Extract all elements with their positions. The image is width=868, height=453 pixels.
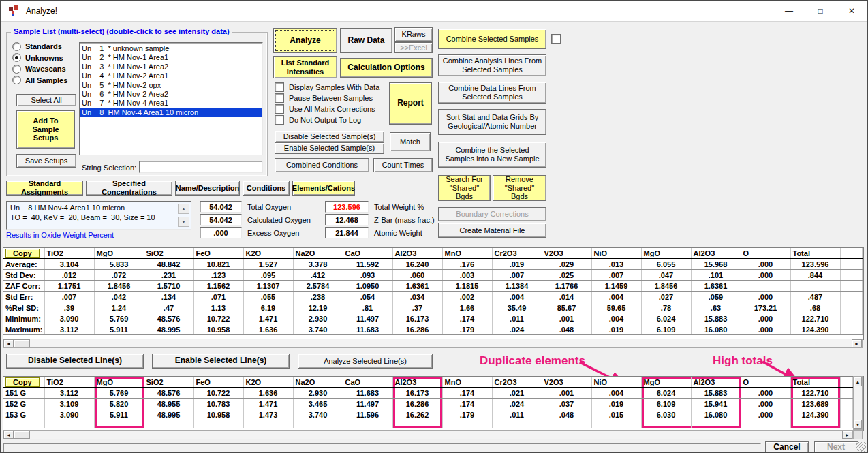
combine-samples-checkbox[interactable] xyxy=(551,34,561,44)
resize-grip[interactable] xyxy=(856,442,866,452)
sample-type-radio[interactable]: Wavescans xyxy=(12,63,67,75)
checkbox-icon[interactable] xyxy=(275,104,284,114)
sample-list-item[interactable]: Un 2 * HM Nov-1 Area1 xyxy=(80,53,262,62)
row-label[interactable]: 152 G xyxy=(3,399,44,409)
row-label[interactable]: 153 G xyxy=(3,409,44,420)
disable-selected-lines-button[interactable]: Disable Selected Line(s) xyxy=(6,354,144,369)
grid-cell[interactable]: 2.930 xyxy=(293,388,343,399)
count-times-button[interactable]: Count Times xyxy=(373,158,433,172)
remove-shared-bgds-button[interactable]: Remove "Shared" Bgds xyxy=(493,175,546,201)
stats-grid-hscrollbar[interactable]: ◄ ► xyxy=(3,339,863,348)
data-grid-vscrollbar[interactable]: ▲ ▼ xyxy=(853,376,863,430)
grid-cell[interactable]: 6.024 xyxy=(641,388,691,399)
combined-conditions-button[interactable]: Combined Conditions xyxy=(275,158,369,172)
grid-cell[interactable]: .000 xyxy=(741,409,790,420)
grid-cell[interactable]: 1.473 xyxy=(243,409,293,420)
grid-cell[interactable]: 5.911 xyxy=(94,409,144,420)
copy-button[interactable]: Copy xyxy=(5,377,40,387)
grid-cell[interactable]: 48.955 xyxy=(144,399,193,409)
grid-cell[interactable]: 5.769 xyxy=(94,388,144,399)
grid-cell[interactable]: 6.109 xyxy=(641,399,691,409)
scroll-right-icon[interactable]: ► xyxy=(842,431,852,439)
radio-icon[interactable] xyxy=(12,76,21,84)
option-checkbox-row[interactable]: Use All Matrix Corrections xyxy=(275,104,390,114)
tab-conditions[interactable]: Conditions xyxy=(243,181,290,196)
combine-analysis-lines-button[interactable]: Combine Analysis Lines From Selected Sam… xyxy=(438,54,546,76)
scroll-left-icon[interactable]: ◄ xyxy=(3,431,14,439)
scroll-right-icon[interactable]: ► xyxy=(852,339,862,347)
search-shared-bgds-button[interactable]: Search For "Shared" Bgds xyxy=(438,175,491,201)
checkbox-icon[interactable] xyxy=(275,82,284,92)
analyze-button[interactable]: Analyze xyxy=(273,28,337,53)
maximize-icon[interactable]: □ xyxy=(805,1,836,21)
sort-grids-button[interactable]: Sort Stat and Data Grids By Geological/A… xyxy=(438,109,546,135)
grid-cell[interactable]: .001 xyxy=(542,388,591,399)
grid-row[interactable]: 151 G3.1125.76948.57610.7221.6362.93011.… xyxy=(3,388,852,399)
scroll-thumb[interactable] xyxy=(14,339,30,347)
grid-cell[interactable]: 48.576 xyxy=(144,388,193,399)
grid-cell[interactable]: .174 xyxy=(442,388,492,399)
scroll-left-icon[interactable]: ◄ xyxy=(3,339,14,347)
report-button[interactable]: Report xyxy=(389,82,432,125)
checkbox-icon[interactable] xyxy=(275,115,284,125)
tab-standard-assignments[interactable]: Standard Assignments xyxy=(6,181,83,196)
combine-into-new-sample-button[interactable]: Combine the Selected Samples into a New … xyxy=(438,142,546,168)
grid-cell[interactable]: 48.995 xyxy=(144,409,193,420)
list-standard-intensities-button[interactable]: List Standard Intensities xyxy=(273,56,337,78)
cancel-button[interactable]: Cancel xyxy=(765,441,809,453)
grid-cell[interactable]: 11.596 xyxy=(343,409,392,420)
grid-cell[interactable]: 3.465 xyxy=(293,399,343,409)
save-setups-button[interactable]: Save Setups xyxy=(16,154,76,168)
grid-row[interactable]: 153 G3.0905.91148.99510.9581.4733.74011.… xyxy=(3,409,852,420)
grid-cell[interactable]: 124.390 xyxy=(790,409,840,420)
grid-cell[interactable]: .000 xyxy=(741,388,790,399)
option-checkbox-row[interactable]: Display Samples With Data xyxy=(275,82,390,93)
grid-cell[interactable]: 15.941 xyxy=(691,399,741,409)
sample-type-radio[interactable]: Standards xyxy=(12,41,67,52)
sample-type-radio[interactable]: Unknowns xyxy=(12,52,67,64)
option-checkbox-row[interactable]: Pause Between Samples xyxy=(275,93,390,104)
sample-list-item[interactable]: Un 8 HM Nov-4 Area1 10 micron xyxy=(80,108,262,117)
sample-list-item[interactable]: Un 4 * HM Nov-2 Area1 xyxy=(80,72,262,80)
combine-selected-samples-button[interactable]: Combine Selected Samples xyxy=(438,29,546,49)
grid-cell[interactable]: 122.710 xyxy=(790,388,840,399)
grid-cell[interactable]: 16.262 xyxy=(392,409,442,420)
row-label[interactable]: 151 G xyxy=(3,388,44,399)
radio-icon[interactable] xyxy=(12,42,21,51)
calculation-options-button[interactable]: Calculation Options xyxy=(340,58,433,78)
scroll-down-icon[interactable]: ▼ xyxy=(854,420,862,429)
grid-cell[interactable]: .000 xyxy=(741,399,790,409)
scroll-up-icon[interactable]: ▲ xyxy=(854,377,862,386)
grid-cell[interactable]: 10.783 xyxy=(193,399,243,409)
raw-data-button[interactable]: Raw Data xyxy=(340,28,392,53)
grid-cell[interactable]: 1.471 xyxy=(243,399,293,409)
grid-row[interactable]: 152 G3.1095.82048.95510.7831.4713.46511.… xyxy=(3,399,852,409)
kraws-button[interactable]: KRaws xyxy=(394,27,433,42)
scroll-up-icon[interactable]: ▲ xyxy=(178,204,189,214)
grid-cell[interactable]: 3.109 xyxy=(44,399,94,409)
add-to-sample-setups-button[interactable]: Add To Sample Setups xyxy=(16,110,75,149)
grid-cell[interactable]: .024 xyxy=(492,399,542,409)
sample-list-item[interactable]: Un 1 * unknown sample xyxy=(80,44,262,53)
minimize-icon[interactable]: — xyxy=(773,1,805,21)
grid-cell[interactable]: .011 xyxy=(492,409,542,420)
sample-list-item[interactable]: Un 6 * HM Nov-2 Area2 xyxy=(80,90,262,99)
grid-cell[interactable]: 16.286 xyxy=(392,399,442,409)
grid-cell[interactable]: 3.090 xyxy=(44,409,94,420)
grid-cell[interactable]: .015 xyxy=(591,409,641,420)
grid-cell[interactable]: .021 xyxy=(492,388,542,399)
grid-cell[interactable]: 16.173 xyxy=(392,388,442,399)
grid-cell[interactable]: .179 xyxy=(442,409,492,420)
grid-cell[interactable]: .037 xyxy=(542,399,591,409)
enable-selected-lines-button[interactable]: Enable Selected Line(s) xyxy=(152,354,290,369)
grid-cell[interactable]: 3.112 xyxy=(44,388,94,399)
sample-type-radio[interactable]: All Samples xyxy=(12,75,67,87)
copy-button[interactable]: Copy xyxy=(5,249,40,258)
grid-cell[interactable]: .048 xyxy=(542,409,591,420)
grid-cell[interactable]: 11.683 xyxy=(343,388,392,399)
enable-selected-samples-button[interactable]: Enable Selected Sample(s) xyxy=(275,142,384,154)
grid-cell[interactable]: 15.883 xyxy=(691,388,741,399)
match-button[interactable]: Match xyxy=(390,132,431,151)
grid-cell[interactable]: 10.958 xyxy=(193,409,243,420)
string-selection-input[interactable] xyxy=(139,161,263,173)
